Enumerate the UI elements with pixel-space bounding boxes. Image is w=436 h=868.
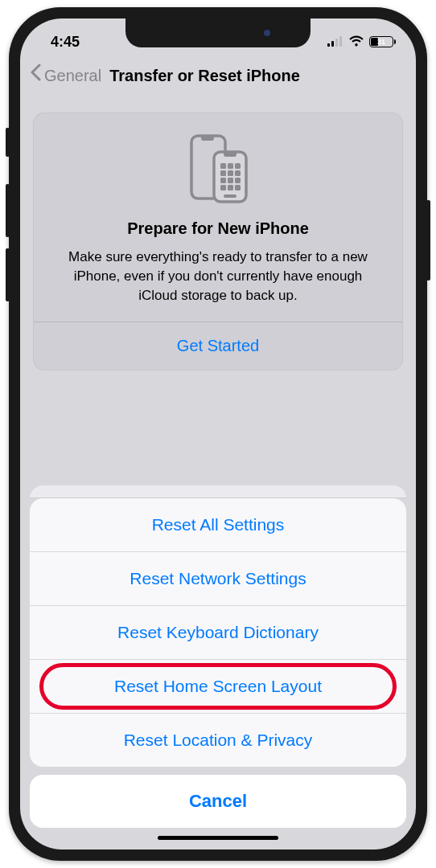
svg-rect-19 bbox=[235, 185, 241, 190]
svg-rect-12 bbox=[228, 170, 233, 176]
svg-rect-17 bbox=[220, 185, 226, 190]
volume-up-button bbox=[6, 184, 10, 237]
sheet-item-label: Reset Home Screen Layout bbox=[114, 677, 322, 695]
svg-rect-14 bbox=[220, 178, 226, 183]
svg-rect-5 bbox=[201, 136, 214, 141]
page-title: Transfer or Reset iPhone bbox=[109, 67, 300, 85]
svg-rect-18 bbox=[228, 185, 233, 190]
svg-rect-9 bbox=[228, 163, 233, 169]
svg-rect-1 bbox=[331, 41, 334, 47]
volume-down-button bbox=[6, 248, 10, 301]
wifi-icon bbox=[348, 34, 364, 51]
home-indicator[interactable] bbox=[158, 836, 278, 840]
svg-rect-0 bbox=[327, 43, 330, 47]
svg-rect-20 bbox=[224, 194, 237, 198]
screen: 4:45 31 General Transfer or Reset iPhone bbox=[20, 18, 416, 850]
back-chevron-icon[interactable] bbox=[30, 62, 41, 87]
back-button[interactable]: General bbox=[44, 67, 101, 85]
svg-rect-3 bbox=[339, 36, 342, 47]
reset-all-settings-button[interactable]: Reset All Settings bbox=[30, 498, 406, 552]
action-sheet-container: Reset All Settings Reset Network Setting… bbox=[20, 485, 416, 850]
svg-rect-7 bbox=[224, 152, 237, 157]
mute-switch bbox=[6, 128, 10, 157]
svg-rect-11 bbox=[220, 170, 226, 176]
notch bbox=[125, 18, 311, 47]
svg-rect-6 bbox=[214, 152, 246, 202]
card-title: Prepare for New iPhone bbox=[50, 219, 386, 238]
phone-frame: 4:45 31 General Transfer or Reset iPhone bbox=[9, 7, 427, 861]
camera-dot bbox=[264, 30, 270, 36]
reset-home-screen-layout-button[interactable]: Reset Home Screen Layout bbox=[30, 660, 406, 714]
svg-rect-8 bbox=[220, 163, 226, 169]
battery-percent: 31 bbox=[370, 38, 393, 46]
transfer-devices-icon bbox=[50, 133, 386, 205]
svg-rect-10 bbox=[235, 163, 241, 169]
reset-keyboard-dictionary-button[interactable]: Reset Keyboard Dictionary bbox=[30, 606, 406, 660]
svg-rect-13 bbox=[235, 170, 241, 176]
reset-action-sheet: Reset All Settings Reset Network Setting… bbox=[30, 498, 406, 767]
svg-rect-16 bbox=[235, 178, 241, 183]
svg-rect-2 bbox=[335, 39, 338, 47]
sheet-peek-row bbox=[30, 485, 406, 498]
reset-network-settings-button[interactable]: Reset Network Settings bbox=[30, 552, 406, 606]
svg-rect-15 bbox=[228, 178, 233, 183]
status-time: 4:45 bbox=[51, 34, 80, 51]
reset-location-privacy-button[interactable]: Reset Location & Privacy bbox=[30, 714, 406, 767]
battery-icon: 31 bbox=[369, 36, 393, 47]
cellular-icon bbox=[327, 34, 343, 51]
power-button bbox=[426, 200, 430, 280]
cancel-button[interactable]: Cancel bbox=[30, 775, 406, 828]
prepare-card: Prepare for New iPhone Make sure everyth… bbox=[33, 113, 403, 371]
get-started-button[interactable]: Get Started bbox=[50, 322, 386, 370]
card-description: Make sure everything's ready to transfer… bbox=[50, 248, 386, 305]
